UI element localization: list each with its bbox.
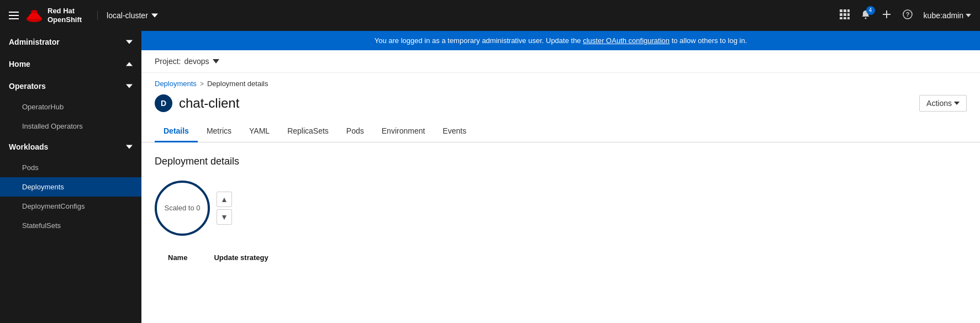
- workloads-group-label: Workloads: [9, 142, 48, 151]
- svg-rect-5: [847, 9, 850, 12]
- redhat-brand-text: Red Hat OpenShift: [48, 7, 82, 24]
- role-selector[interactable]: Administrator: [0, 31, 141, 53]
- sidebar-item-installed-operators[interactable]: Installed Operators: [0, 117, 141, 136]
- tab-replicasets[interactable]: ReplicaSets: [278, 121, 338, 142]
- sidebar-group-workloads[interactable]: Workloads: [0, 136, 141, 158]
- sidebar-item-deployments[interactable]: Deployments: [0, 177, 141, 197]
- operatorhub-label: OperatorHub: [22, 103, 64, 111]
- tab-environment[interactable]: Environment: [373, 121, 434, 142]
- actions-dropdown-icon: [954, 102, 960, 105]
- sidebar-group-home[interactable]: Home: [0, 53, 141, 75]
- name-info-col: Name: [168, 253, 187, 262]
- statefulsets-label: StatefulSets: [22, 221, 61, 230]
- sidebar-item-statefulsets[interactable]: StatefulSets: [0, 216, 141, 235]
- svg-rect-6: [840, 13, 842, 16]
- home-group-label: Home: [9, 60, 30, 68]
- actions-button[interactable]: Actions: [919, 95, 967, 112]
- tabs: Details Metrics YAML ReplicaSets Pods En…: [141, 121, 980, 142]
- username: kube:admin: [924, 11, 963, 20]
- page-header: D chat-client Actions: [141, 90, 980, 121]
- sidebar-item-operatorhub[interactable]: OperatorHub: [0, 97, 141, 117]
- scale-widget: Scaled to 0 ▲ ▼: [155, 181, 967, 236]
- redhat-logo: Red Hat OpenShift: [25, 7, 82, 24]
- tab-yaml[interactable]: YAML: [240, 121, 278, 142]
- sidebar-group-operators[interactable]: Operators: [0, 75, 141, 97]
- svg-rect-3: [840, 9, 842, 12]
- page-title: chat-client: [179, 96, 239, 111]
- operators-group-label: Operators: [9, 82, 46, 91]
- oauth-link[interactable]: cluster OAuth configuration: [583, 36, 670, 45]
- name-col-label: Name: [168, 253, 187, 262]
- resource-icon-letter: D: [161, 99, 166, 108]
- breadcrumb-separator: >: [200, 80, 204, 88]
- hamburger-menu[interactable]: [9, 12, 19, 19]
- svg-rect-10: [844, 17, 846, 19]
- tab-details[interactable]: Details: [155, 121, 198, 142]
- page-title-row: D chat-client: [155, 94, 239, 112]
- tab-pods[interactable]: Pods: [338, 121, 373, 142]
- svg-rect-8: [847, 13, 850, 16]
- scale-up-button[interactable]: ▲: [217, 192, 232, 207]
- svg-rect-11: [847, 17, 850, 19]
- svg-text:?: ?: [905, 11, 909, 18]
- strategy-info-col: Update strategy: [214, 253, 268, 262]
- page-content: Project: devops Deployments > Deployment…: [141, 50, 980, 323]
- grid-icon[interactable]: [840, 9, 850, 22]
- alert-text-after: to allow others to log in.: [670, 36, 747, 45]
- breadcrumb-parent[interactable]: Deployments: [155, 80, 197, 88]
- cluster-selector[interactable]: local-cluster: [97, 11, 158, 20]
- details-section-title: Deployment details: [155, 156, 967, 167]
- strategy-col-label: Update strategy: [214, 253, 268, 262]
- resource-icon: D: [155, 94, 172, 112]
- notification-count: 4: [866, 6, 875, 15]
- top-navigation: Red Hat OpenShift local-cluster 4: [0, 0, 980, 31]
- breadcrumb-current: Deployment details: [207, 80, 268, 88]
- user-menu[interactable]: kube:admin: [924, 11, 971, 20]
- scale-circle: Scaled to 0: [155, 181, 210, 236]
- plus-icon[interactable]: [882, 9, 892, 22]
- role-label: Administrator: [9, 38, 60, 46]
- breadcrumb: Deployments > Deployment details: [141, 73, 980, 90]
- svg-rect-7: [844, 13, 846, 16]
- svg-rect-9: [840, 17, 842, 19]
- scale-label: Scaled to 0: [164, 204, 200, 213]
- alert-banner: You are logged in as a temporary adminis…: [141, 31, 980, 50]
- tab-metrics[interactable]: Metrics: [198, 121, 240, 142]
- project-label: Project:: [155, 57, 181, 66]
- project-dropdown-icon[interactable]: [213, 59, 219, 63]
- footer-info: Name Update strategy: [155, 253, 967, 262]
- scale-controls: ▲ ▼: [217, 192, 232, 225]
- installed-operators-label: Installed Operators: [22, 122, 83, 130]
- actions-label: Actions: [926, 99, 952, 108]
- svg-rect-4: [844, 9, 846, 12]
- sidebar-item-pods[interactable]: Pods: [0, 158, 141, 177]
- deploymentconfigs-label: DeploymentConfigs: [22, 202, 85, 210]
- svg-point-12: [865, 17, 866, 19]
- sidebar: Administrator Home Operators OperatorHub…: [0, 31, 141, 323]
- pods-label: Pods: [22, 163, 39, 172]
- tab-events[interactable]: Events: [434, 121, 475, 142]
- project-bar: Project: devops: [141, 50, 980, 73]
- cluster-name: local-cluster: [107, 11, 148, 20]
- notification-bell[interactable]: 4: [861, 9, 871, 22]
- project-name: devops: [184, 57, 209, 66]
- sidebar-item-deploymentconfigs[interactable]: DeploymentConfigs: [0, 197, 141, 216]
- alert-text: You are logged in as a temporary adminis…: [375, 36, 583, 45]
- content-area: You are logged in as a temporary adminis…: [141, 31, 980, 323]
- scale-down-button[interactable]: ▼: [217, 209, 232, 225]
- help-icon[interactable]: ?: [903, 9, 913, 22]
- details-section: Deployment details Scaled to 0 ▲ ▼: [141, 142, 980, 275]
- deployments-label: Deployments: [22, 183, 64, 191]
